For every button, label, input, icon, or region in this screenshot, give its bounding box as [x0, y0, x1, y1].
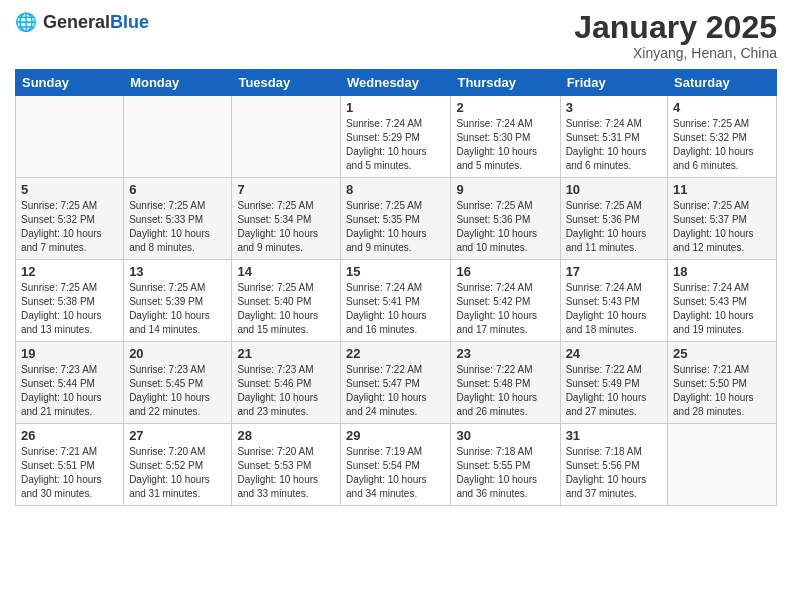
table-row: 9Sunrise: 7:25 AM Sunset: 5:36 PM Daylig…: [451, 178, 560, 260]
day-number: 5: [21, 182, 118, 197]
table-row: 10Sunrise: 7:25 AM Sunset: 5:36 PM Dayli…: [560, 178, 667, 260]
day-number: 30: [456, 428, 554, 443]
day-number: 13: [129, 264, 226, 279]
day-number: 7: [237, 182, 335, 197]
day-info: Sunrise: 7:22 AM Sunset: 5:49 PM Dayligh…: [566, 363, 662, 419]
month-title: January 2025: [574, 10, 777, 45]
table-row: 23Sunrise: 7:22 AM Sunset: 5:48 PM Dayli…: [451, 342, 560, 424]
day-number: 11: [673, 182, 771, 197]
table-row: 14Sunrise: 7:25 AM Sunset: 5:40 PM Dayli…: [232, 260, 341, 342]
day-number: 22: [346, 346, 445, 361]
day-info: Sunrise: 7:21 AM Sunset: 5:50 PM Dayligh…: [673, 363, 771, 419]
logo-text-general: General: [43, 12, 110, 32]
subtitle: Xinyang, Henan, China: [574, 45, 777, 61]
day-info: Sunrise: 7:25 AM Sunset: 5:40 PM Dayligh…: [237, 281, 335, 337]
header: 🌐 GeneralBlue January 2025 Xinyang, Hena…: [15, 10, 777, 61]
day-number: 16: [456, 264, 554, 279]
svg-text:🌐: 🌐: [15, 11, 37, 33]
table-row: 17Sunrise: 7:24 AM Sunset: 5:43 PM Dayli…: [560, 260, 667, 342]
day-number: 9: [456, 182, 554, 197]
table-row: [124, 96, 232, 178]
day-number: 25: [673, 346, 771, 361]
col-sunday: Sunday: [16, 70, 124, 96]
table-row: [668, 424, 777, 506]
col-saturday: Saturday: [668, 70, 777, 96]
col-tuesday: Tuesday: [232, 70, 341, 96]
logo: 🌐 GeneralBlue: [15, 10, 149, 34]
table-row: 20Sunrise: 7:23 AM Sunset: 5:45 PM Dayli…: [124, 342, 232, 424]
table-row: 12Sunrise: 7:25 AM Sunset: 5:38 PM Dayli…: [16, 260, 124, 342]
day-info: Sunrise: 7:22 AM Sunset: 5:47 PM Dayligh…: [346, 363, 445, 419]
day-info: Sunrise: 7:19 AM Sunset: 5:54 PM Dayligh…: [346, 445, 445, 501]
table-row: 27Sunrise: 7:20 AM Sunset: 5:52 PM Dayli…: [124, 424, 232, 506]
day-info: Sunrise: 7:25 AM Sunset: 5:37 PM Dayligh…: [673, 199, 771, 255]
table-row: 4Sunrise: 7:25 AM Sunset: 5:32 PM Daylig…: [668, 96, 777, 178]
day-number: 1: [346, 100, 445, 115]
day-number: 29: [346, 428, 445, 443]
day-info: Sunrise: 7:25 AM Sunset: 5:36 PM Dayligh…: [456, 199, 554, 255]
day-info: Sunrise: 7:25 AM Sunset: 5:33 PM Dayligh…: [129, 199, 226, 255]
calendar-week-4: 19Sunrise: 7:23 AM Sunset: 5:44 PM Dayli…: [16, 342, 777, 424]
day-number: 26: [21, 428, 118, 443]
logo-text-blue: Blue: [110, 12, 149, 32]
day-number: 2: [456, 100, 554, 115]
table-row: 19Sunrise: 7:23 AM Sunset: 5:44 PM Dayli…: [16, 342, 124, 424]
day-info: Sunrise: 7:25 AM Sunset: 5:32 PM Dayligh…: [21, 199, 118, 255]
day-number: 17: [566, 264, 662, 279]
calendar-week-2: 5Sunrise: 7:25 AM Sunset: 5:32 PM Daylig…: [16, 178, 777, 260]
col-wednesday: Wednesday: [341, 70, 451, 96]
day-number: 28: [237, 428, 335, 443]
day-number: 27: [129, 428, 226, 443]
calendar-week-1: 1Sunrise: 7:24 AM Sunset: 5:29 PM Daylig…: [16, 96, 777, 178]
col-monday: Monday: [124, 70, 232, 96]
table-row: 1Sunrise: 7:24 AM Sunset: 5:29 PM Daylig…: [341, 96, 451, 178]
table-row: 31Sunrise: 7:18 AM Sunset: 5:56 PM Dayli…: [560, 424, 667, 506]
day-number: 18: [673, 264, 771, 279]
day-info: Sunrise: 7:21 AM Sunset: 5:51 PM Dayligh…: [21, 445, 118, 501]
col-thursday: Thursday: [451, 70, 560, 96]
day-info: Sunrise: 7:23 AM Sunset: 5:45 PM Dayligh…: [129, 363, 226, 419]
day-number: 24: [566, 346, 662, 361]
title-block: January 2025 Xinyang, Henan, China: [574, 10, 777, 61]
table-row: 25Sunrise: 7:21 AM Sunset: 5:50 PM Dayli…: [668, 342, 777, 424]
day-info: Sunrise: 7:23 AM Sunset: 5:44 PM Dayligh…: [21, 363, 118, 419]
day-info: Sunrise: 7:24 AM Sunset: 5:31 PM Dayligh…: [566, 117, 662, 173]
table-row: [16, 96, 124, 178]
day-info: Sunrise: 7:24 AM Sunset: 5:29 PM Dayligh…: [346, 117, 445, 173]
day-info: Sunrise: 7:24 AM Sunset: 5:42 PM Dayligh…: [456, 281, 554, 337]
table-row: 7Sunrise: 7:25 AM Sunset: 5:34 PM Daylig…: [232, 178, 341, 260]
day-info: Sunrise: 7:24 AM Sunset: 5:41 PM Dayligh…: [346, 281, 445, 337]
day-info: Sunrise: 7:25 AM Sunset: 5:35 PM Dayligh…: [346, 199, 445, 255]
day-info: Sunrise: 7:18 AM Sunset: 5:55 PM Dayligh…: [456, 445, 554, 501]
table-row: 21Sunrise: 7:23 AM Sunset: 5:46 PM Dayli…: [232, 342, 341, 424]
table-row: 24Sunrise: 7:22 AM Sunset: 5:49 PM Dayli…: [560, 342, 667, 424]
day-info: Sunrise: 7:25 AM Sunset: 5:36 PM Dayligh…: [566, 199, 662, 255]
table-row: 30Sunrise: 7:18 AM Sunset: 5:55 PM Dayli…: [451, 424, 560, 506]
table-row: 22Sunrise: 7:22 AM Sunset: 5:47 PM Dayli…: [341, 342, 451, 424]
day-number: 12: [21, 264, 118, 279]
day-info: Sunrise: 7:22 AM Sunset: 5:48 PM Dayligh…: [456, 363, 554, 419]
day-info: Sunrise: 7:24 AM Sunset: 5:43 PM Dayligh…: [566, 281, 662, 337]
table-row: 2Sunrise: 7:24 AM Sunset: 5:30 PM Daylig…: [451, 96, 560, 178]
page: 🌐 GeneralBlue January 2025 Xinyang, Hena…: [0, 0, 792, 612]
table-row: 16Sunrise: 7:24 AM Sunset: 5:42 PM Dayli…: [451, 260, 560, 342]
logo-icon: 🌐: [15, 10, 39, 34]
table-row: 11Sunrise: 7:25 AM Sunset: 5:37 PM Dayli…: [668, 178, 777, 260]
day-info: Sunrise: 7:24 AM Sunset: 5:30 PM Dayligh…: [456, 117, 554, 173]
day-number: 23: [456, 346, 554, 361]
day-info: Sunrise: 7:20 AM Sunset: 5:53 PM Dayligh…: [237, 445, 335, 501]
day-number: 15: [346, 264, 445, 279]
day-info: Sunrise: 7:20 AM Sunset: 5:52 PM Dayligh…: [129, 445, 226, 501]
calendar-week-3: 12Sunrise: 7:25 AM Sunset: 5:38 PM Dayli…: [16, 260, 777, 342]
table-row: 18Sunrise: 7:24 AM Sunset: 5:43 PM Dayli…: [668, 260, 777, 342]
day-info: Sunrise: 7:25 AM Sunset: 5:34 PM Dayligh…: [237, 199, 335, 255]
day-info: Sunrise: 7:25 AM Sunset: 5:38 PM Dayligh…: [21, 281, 118, 337]
table-row: 28Sunrise: 7:20 AM Sunset: 5:53 PM Dayli…: [232, 424, 341, 506]
table-row: 26Sunrise: 7:21 AM Sunset: 5:51 PM Dayli…: [16, 424, 124, 506]
table-row: 3Sunrise: 7:24 AM Sunset: 5:31 PM Daylig…: [560, 96, 667, 178]
col-friday: Friday: [560, 70, 667, 96]
day-number: 19: [21, 346, 118, 361]
day-number: 6: [129, 182, 226, 197]
calendar-week-5: 26Sunrise: 7:21 AM Sunset: 5:51 PM Dayli…: [16, 424, 777, 506]
day-info: Sunrise: 7:25 AM Sunset: 5:32 PM Dayligh…: [673, 117, 771, 173]
